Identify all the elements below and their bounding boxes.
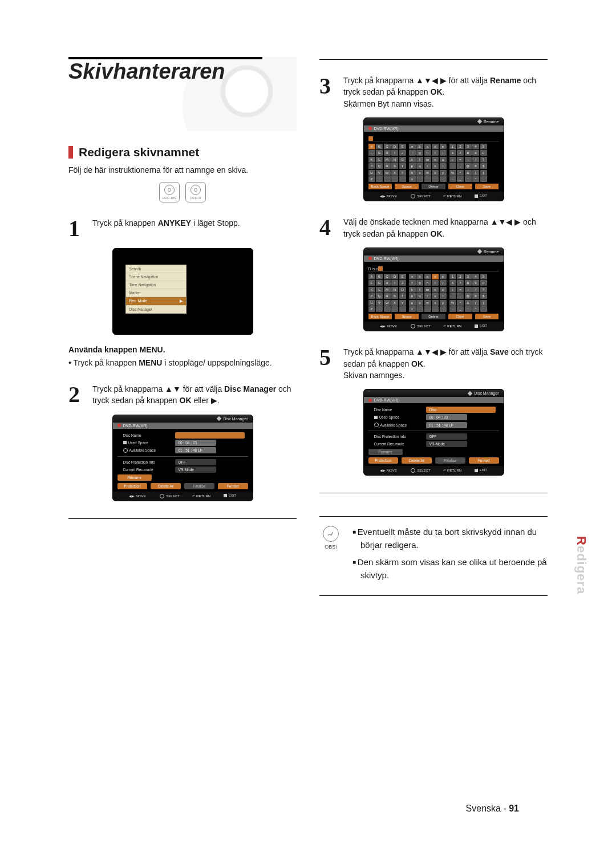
right-column: 3 Tryck på knapparna ▲▼◀ ▶ för att välja… [319,57,548,596]
anykey-item: Scene Navigation [126,273,186,281]
keyboard-key: B [376,144,383,149]
keyboard-key: Y [399,170,406,176]
keyboard-key: c [424,144,431,149]
keyboard-key: m [424,157,431,163]
keyboard-key: b [416,144,423,149]
osd-title: Rename [484,120,499,124]
keyboard-key: w [424,300,431,306]
keyboard-key: Q [376,293,383,299]
keyboard-key: T [399,293,406,299]
keyboard-key: s [432,293,439,299]
keyboard-key: ? [480,287,487,293]
keyboard-key: W [384,300,391,306]
keyboard-key: s [432,163,439,169]
keyboard-key: M [384,157,391,163]
keyboard-key: n [432,287,439,293]
anykey-item-selected: Rec. Mode▶ [126,297,186,306]
keyboard-key: _ [457,176,464,182]
keyboard-key: t [440,293,447,299]
keyboard-key: z [409,176,416,182]
keyboard-key: N [391,287,398,293]
keyboard-key: U [368,300,375,306]
keyboard-key: # [472,293,479,299]
keyboard-key: , [457,293,464,299]
keyboard-key: Q [376,163,383,169]
keyboard-key: + [449,287,456,293]
keyboard-key: v [416,170,423,176]
keyboard-key: ^ [457,300,464,306]
keyboard-key: % [449,300,456,306]
keyboard-key: 0 [480,150,487,156]
keyboard-key: _ [457,306,464,312]
keyboard-key: D [391,144,398,149]
keyboard-key: % [449,170,456,176]
keyboard-key: V [376,170,383,176]
subsection-title: Använda knappen MENU. [68,345,297,354]
keyboard-key: @ [465,293,472,299]
keyboard-key: Z [368,306,375,312]
left-column: Skivhanteraren Redigera skivnamnet Följ … [68,57,297,596]
anykey-item: Time Navigation [126,281,186,289]
keyboard-key: q [416,163,423,169]
keyboard-key: ^ [457,170,464,176]
section-intro: Följ de här instruktionerna för att namn… [68,165,297,176]
keyboard-key: 5 [480,274,487,279]
osd-anykey-menu: Search Scene Navigation Time Navigation … [112,248,253,335]
keyboard-key: D [391,274,398,279]
keyboard-key: S [391,163,398,169]
keyboard-key: " [472,176,479,182]
keyboard-key: y [440,170,447,176]
anykey-item: Disc Manager [126,306,186,313]
keyboard-key: 8 [465,280,472,286]
keyboard-key: ( [472,300,479,306]
keyboard-key: L [376,287,383,293]
keyboard-key: f [409,280,416,286]
keyboard-key: 2 [457,144,464,149]
keyboard-key: t [440,163,447,169]
keyboard-key: X [391,170,398,176]
keyboard-key: g [416,150,423,156]
keyboard-key: b [416,274,423,279]
keyboard-key [376,176,383,182]
keyboard-key: k [409,157,416,163]
keyboard-key [416,306,423,312]
keyboard-key: 3 [465,274,472,279]
note-item: Den skärm som visas kan se olika ut bero… [352,556,548,582]
keyboard-key: - [449,176,456,182]
step-3: 3 Tryck på knapparna ▲▼◀ ▶ för att välja… [319,75,548,109]
keyboard-key [384,306,391,312]
keyboard-key: c [424,274,431,279]
note-box: OBS! Eventuellt måste du ta bort skrivsk… [319,516,548,596]
step-5: 5 Tryck på knapparna ▲▼◀ ▶ för att välja… [319,346,548,381]
keyboard-key [432,176,439,182]
keyboard-key: x [432,300,439,306]
disc-name-value: Disc [426,407,496,413]
keyboard-key: E [399,274,406,279]
keyboard-key: i [432,150,439,156]
keyboard-key: & [465,170,472,176]
kb-delete: Delete [422,184,445,189]
keyboard-key: 8 [465,150,472,156]
keyboard-key: 6 [449,280,456,286]
keyboard-key: 5 [480,144,487,149]
dm-finalise-button: Finalise [184,483,214,489]
keyboard-key: M [384,287,391,293]
keyboard-key [416,176,423,182]
keyboard-key: ( [472,170,479,176]
anykey-item: Search [126,265,186,273]
kb-space: Space [395,184,419,189]
keyboard-key: p [409,293,416,299]
keyboard-key: ) [480,170,487,176]
step-number: 5 [319,346,338,369]
keyboard-key: q [416,293,423,299]
keyboard-key: X [391,300,398,306]
keyboard-key [480,306,487,312]
keyboard-key: F [368,150,375,156]
keyboard-key [432,306,439,312]
keyboard-key: G [376,150,383,156]
keyboard-key: - [449,306,456,312]
keyboard-key: l [416,157,423,163]
keyboard-key: 3 [465,144,472,149]
keyboard-key: y [440,300,447,306]
step-number: 1 [68,217,87,240]
